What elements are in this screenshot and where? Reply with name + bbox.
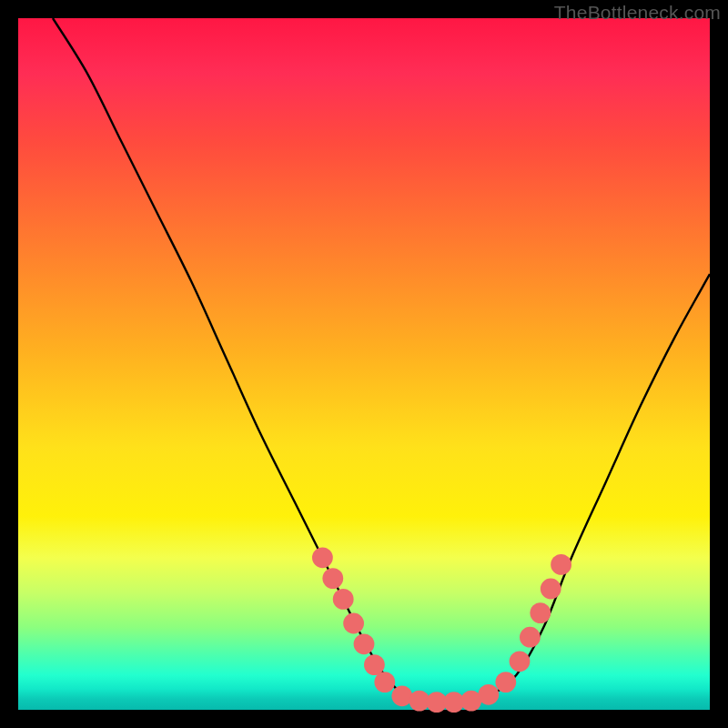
highlight-dot	[333, 589, 354, 610]
curve-layer	[53, 18, 710, 703]
highlight-dot	[354, 633, 375, 654]
highlight-dot	[510, 651, 531, 672]
bottleneck-curve-path	[53, 18, 710, 703]
watermark-text: TheBottleneck.com	[554, 2, 721, 24]
plot-area	[18, 18, 710, 710]
chart-svg	[18, 18, 710, 710]
highlight-dot	[495, 672, 516, 693]
highlight-dots-layer	[312, 547, 571, 713]
highlight-dot	[530, 602, 551, 623]
highlight-dot	[551, 554, 571, 575]
highlight-dot	[364, 654, 385, 675]
outer-frame: TheBottleneck.com	[0, 0, 728, 728]
highlight-dot	[478, 684, 499, 705]
highlight-dot	[343, 613, 364, 634]
highlight-dot	[322, 568, 343, 589]
highlight-dot	[541, 579, 561, 600]
highlight-dot	[520, 627, 541, 648]
highlight-dot	[312, 547, 333, 568]
highlight-dot	[374, 672, 395, 693]
